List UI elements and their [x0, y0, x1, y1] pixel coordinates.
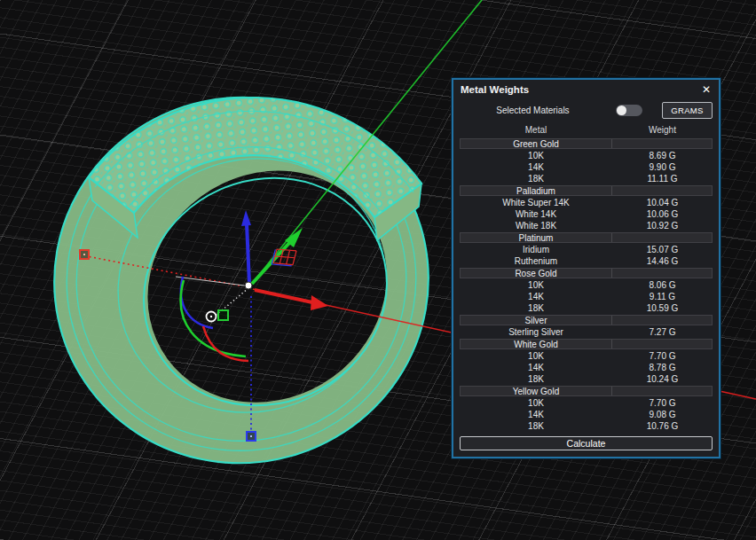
section-weight-cell — [612, 139, 712, 148]
metal-name-cell: 14K — [460, 409, 612, 420]
metal-row: 14K9.90 G — [460, 161, 713, 173]
metal-name-cell: 18K — [460, 173, 612, 184]
section-weight-cell — [612, 186, 712, 195]
section-name: Platinum — [461, 233, 612, 242]
metal-row: Ruthenium14.46 G — [460, 255, 713, 267]
section-header-row: Platinum — [460, 232, 713, 243]
metal-name-cell: 10K — [460, 350, 612, 362]
section-name: Palladium — [461, 186, 612, 195]
metal-weight-cell: 10.76 G — [612, 420, 713, 432]
section-name: Silver — [461, 316, 612, 325]
metal-weights-panel: Metal Weights ✕ Selected Materials GRAMS… — [452, 78, 721, 458]
metal-weight-cell: 8.69 G — [612, 150, 713, 161]
section-weight-cell — [612, 387, 712, 395]
close-icon[interactable]: ✕ — [702, 84, 711, 95]
metal-name-cell: White 14K — [460, 208, 612, 220]
metal-name-cell: Iridium — [460, 244, 612, 255]
metal-name-cell: 10K — [460, 150, 612, 161]
metal-row: White 18K10.92 G — [460, 220, 713, 231]
metal-name-cell: 18K — [460, 302, 612, 314]
column-headers: Metal Weight — [460, 123, 713, 137]
section-name: Green Gold — [461, 139, 612, 148]
metal-row: Sterling Silver7.27 G — [460, 326, 713, 338]
metal-weight-cell: 10.04 G — [612, 197, 713, 208]
section-weight-cell — [612, 316, 712, 325]
metal-weight-cell: 9.11 G — [612, 291, 713, 302]
metal-name-cell: Sterling Silver — [460, 326, 612, 338]
metal-weight-cell: 10.59 G — [612, 302, 713, 314]
metal-name-cell: 18K — [460, 373, 612, 385]
metal-row: 18K10.59 G — [460, 302, 713, 314]
metal-weight-cell: 10.24 G — [612, 373, 713, 385]
selected-materials-toggle[interactable] — [616, 105, 642, 116]
metal-name-cell: 18K — [460, 420, 612, 432]
metal-weight-cell: 14.46 G — [612, 255, 713, 267]
ring-model[interactable] — [20, 63, 462, 498]
section-weight-cell — [612, 233, 712, 242]
weight-column-header: Weight — [612, 125, 713, 135]
metal-weight-cell: 9.08 G — [612, 409, 713, 420]
metal-weight-cell: 10.06 G — [612, 208, 713, 220]
panel-header: Metal Weights ✕ — [453, 80, 719, 97]
rotate-handle-circle[interactable] — [207, 312, 217, 322]
metal-row: 14K8.78 G — [460, 362, 713, 373]
metal-weight-cell: 7.27 G — [612, 326, 713, 338]
section-weight-cell — [612, 269, 712, 278]
section-header-row: White Gold — [460, 339, 713, 349]
toggle-knob-icon — [617, 106, 626, 115]
selected-materials-label: Selected Materials — [453, 106, 612, 115]
metal-name-cell: 10K — [460, 279, 612, 291]
metal-table: Green Gold10K8.69 G14K9.90 G18K11.11 GPa… — [460, 137, 713, 432]
metal-row: Iridium15.07 G — [460, 244, 713, 255]
metal-row: 10K8.06 G — [460, 279, 713, 291]
metal-row: 18K11.11 G — [460, 173, 713, 184]
metal-row: 14K9.11 G — [460, 291, 713, 302]
metal-name-cell: 10K — [460, 397, 612, 409]
metal-name-cell: White Super 14K — [460, 197, 612, 208]
section-name: Yellow Gold — [461, 387, 612, 395]
section-name: Rose Gold — [461, 269, 612, 278]
panel-title: Metal Weights — [461, 84, 529, 95]
metal-weight-cell: 11.11 G — [612, 173, 713, 184]
section-header-row: Silver — [460, 315, 713, 325]
section-weight-cell — [612, 340, 712, 348]
metal-weight-cell: 7.70 G — [612, 397, 713, 409]
metal-column-header: Metal — [460, 125, 612, 135]
section-header-row: Green Gold — [460, 138, 713, 149]
metal-weight-cell: 10.92 G — [612, 220, 713, 231]
metal-weight-cell: 7.70 G — [612, 350, 713, 362]
metal-name-cell: 14K — [460, 362, 612, 373]
units-button[interactable]: GRAMS — [662, 102, 713, 119]
gizmo-origin-point[interactable] — [245, 282, 252, 289]
section-header-row: Rose Gold — [460, 268, 713, 278]
application-window: Metal Weights ✕ Selected Materials GRAMS… — [0, 0, 756, 540]
controls-row: Selected Materials GRAMS — [453, 100, 713, 120]
section-header-row: Palladium — [460, 185, 713, 196]
metal-weight-cell: 8.78 G — [612, 362, 713, 373]
section-header-row: Yellow Gold — [460, 386, 713, 396]
metal-row: White Super 14K10.04 G — [460, 197, 713, 208]
metal-row: 10K8.69 G — [460, 150, 713, 161]
metal-weight-cell: 9.90 G — [612, 161, 713, 173]
metal-name-cell: White 18K — [460, 220, 612, 231]
metal-name-cell: 14K — [460, 161, 612, 173]
z-axis-handle[interactable] — [247, 432, 256, 441]
metal-row: 10K7.70 G — [460, 397, 713, 409]
x-axis-handle[interactable] — [80, 250, 89, 259]
metal-name-cell: 14K — [460, 291, 612, 302]
metal-row: 18K10.76 G — [460, 420, 713, 432]
metal-row: 10K7.70 G — [460, 350, 713, 362]
metal-weight-cell: 8.06 G — [612, 279, 713, 291]
metal-row: White 14K10.06 G — [460, 208, 713, 220]
metal-row: 18K10.24 G — [460, 373, 713, 385]
section-name: White Gold — [461, 340, 612, 348]
metal-row: 14K9.08 G — [460, 409, 713, 420]
metal-weight-cell: 15.07 G — [612, 244, 713, 255]
calculate-button[interactable]: Calculate — [460, 436, 713, 450]
scale-handle-square[interactable] — [218, 310, 228, 320]
metal-name-cell: Ruthenium — [460, 255, 612, 267]
